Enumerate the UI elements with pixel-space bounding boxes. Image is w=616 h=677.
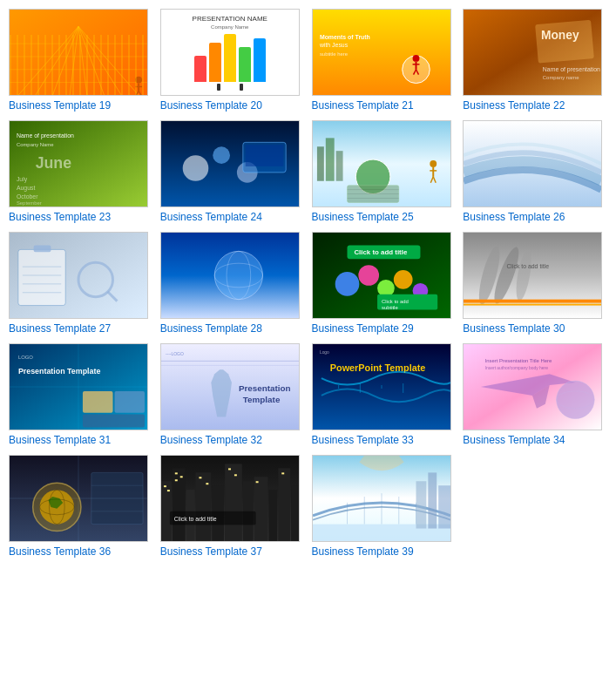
template-item-30: Click to add title Business Template 30 — [463, 232, 607, 335]
template-label-20[interactable]: Business Template 20 — [160, 99, 262, 112]
svg-point-23 — [412, 55, 419, 62]
template-thumb-24[interactable] — [160, 120, 300, 207]
template-label-37[interactable]: Business Template 37 — [160, 545, 262, 558]
svg-text:Click to add title: Click to add title — [354, 248, 408, 256]
svg-rect-150 — [228, 468, 231, 470]
svg-rect-153 — [281, 472, 284, 474]
template-item-34: Insert Presentation Title Here Insert au… — [463, 343, 607, 446]
svg-rect-137 — [225, 464, 242, 542]
svg-text:Logo: Logo — [319, 350, 328, 355]
svg-line-1 — [18, 26, 78, 95]
svg-point-43 — [213, 146, 230, 164]
template-label-28[interactable]: Business Template 28 — [160, 322, 262, 335]
template-label-39[interactable]: Business Template 39 — [312, 545, 414, 558]
svg-text:July: July — [17, 176, 28, 183]
svg-point-42 — [182, 155, 208, 181]
template-label-26[interactable]: Business Template 26 — [463, 211, 565, 223]
svg-text:June: June — [36, 154, 72, 172]
template-label-24[interactable]: Business Template 24 — [160, 211, 262, 223]
svg-rect-164 — [428, 472, 437, 528]
template-item-23: Name of presentation Company Name June J… — [9, 120, 153, 223]
svg-rect-141 — [278, 468, 290, 541]
template-thumb-27[interactable] — [9, 232, 148, 319]
svg-rect-143 — [164, 485, 166, 487]
svg-text:Moments of Truth: Moments of Truth — [319, 34, 369, 40]
template-thumb-30[interactable]: Click to add title — [463, 232, 602, 319]
svg-rect-91 — [464, 300, 601, 303]
template-thumb-34[interactable]: Insert Presentation Title Here Insert au… — [463, 343, 602, 430]
template-label-33[interactable]: Business Template 33 — [312, 434, 414, 446]
svg-rect-133 — [173, 468, 186, 541]
svg-rect-30 — [535, 20, 594, 64]
svg-line-16 — [136, 91, 139, 95]
template-item-24: Business Template 24 — [160, 120, 305, 223]
template-thumb-20[interactable]: PRESENTATION NAMECompany Name — [160, 9, 300, 96]
template-thumb-36[interactable] — [9, 455, 148, 542]
svg-rect-165 — [438, 485, 450, 528]
template-label-27[interactable]: Business Template 27 — [9, 322, 111, 335]
template-thumb-29[interactable]: Click to add title Click to add subtitle — [312, 232, 451, 319]
svg-rect-59 — [325, 138, 334, 180]
svg-point-115 — [557, 381, 594, 418]
svg-text:Company Name: Company Name — [17, 142, 54, 147]
template-thumb-21[interactable]: Moments of Truth with Jesus subtitle her… — [312, 9, 451, 96]
template-label-36[interactable]: Business Template 36 — [9, 545, 111, 558]
empty-cell — [463, 455, 607, 558]
template-thumb-28[interactable] — [160, 232, 300, 319]
svg-line-17 — [139, 91, 141, 95]
template-item-27: Business Template 27 — [9, 232, 153, 335]
template-label-23[interactable]: Business Template 23 — [9, 211, 111, 223]
template-item-19: Business Template 19 — [9, 9, 153, 112]
svg-line-2 — [36, 26, 78, 95]
template-item-31: LOGO Presentation Template Business Temp… — [9, 343, 153, 446]
svg-point-53 — [430, 160, 437, 167]
template-label-21[interactable]: Business Template 21 — [312, 99, 414, 112]
svg-text:August: August — [17, 185, 36, 192]
svg-rect-135 — [195, 472, 211, 541]
svg-rect-147 — [179, 476, 182, 477]
template-thumb-22[interactable]: Money Name of presentation Company name — [463, 9, 602, 96]
svg-line-4 — [70, 26, 78, 95]
svg-text:with Jesus: with Jesus — [318, 42, 348, 48]
template-label-32[interactable]: Business Template 32 — [160, 434, 262, 446]
svg-rect-152 — [255, 481, 258, 483]
template-thumb-32[interactable]: ----LOGO Presentation Template — [160, 343, 300, 430]
template-label-19[interactable]: Business Template 19 — [9, 99, 111, 112]
template-label-34[interactable]: Business Template 34 — [463, 434, 565, 446]
svg-rect-0 — [10, 10, 147, 96]
template-item-39: Business Template 39 — [312, 455, 457, 558]
template-label-30[interactable]: Business Template 30 — [463, 322, 565, 335]
template-item-20: PRESENTATION NAMECompany Name Business T… — [160, 9, 305, 112]
svg-text:Template: Template — [243, 395, 281, 404]
svg-text:subtitle here: subtitle here — [319, 51, 348, 57]
template-item-37: Click to add title Business Template 37 — [160, 455, 305, 558]
template-thumb-31[interactable]: LOGO Presentation Template — [9, 343, 148, 430]
template-thumb-25[interactable] — [312, 120, 451, 207]
template-thumb-33[interactable]: Logo PowerPoint Template — [312, 343, 451, 430]
template-thumb-23[interactable]: Name of presentation Company Name June J… — [9, 120, 148, 207]
svg-line-5 — [78, 26, 87, 95]
svg-rect-100 — [83, 415, 145, 428]
template-item-21: Moments of Truth with Jesus subtitle her… — [312, 9, 457, 112]
svg-text:Insert Presentation Title Here: Insert Presentation Title Here — [485, 358, 552, 363]
svg-text:LOGO: LOGO — [18, 355, 33, 360]
template-label-29[interactable]: Business Template 29 — [312, 322, 414, 335]
svg-rect-145 — [175, 472, 178, 474]
svg-text:Name of presentation: Name of presentation — [543, 66, 600, 73]
svg-text:PowerPoint Template: PowerPoint Template — [329, 362, 425, 373]
svg-line-7 — [78, 26, 121, 95]
template-thumb-39[interactable] — [312, 455, 451, 542]
template-label-22[interactable]: Business Template 22 — [463, 99, 565, 112]
template-thumb-19[interactable] — [9, 9, 148, 96]
template-thumb-26[interactable] — [463, 120, 602, 207]
template-item-33: Logo PowerPoint Template Business Templa… — [312, 343, 457, 446]
svg-rect-64 — [34, 245, 51, 252]
svg-line-8 — [78, 26, 139, 95]
svg-rect-163 — [416, 481, 426, 528]
template-grid: Business Template 19 PRESENTATION NAMECo… — [9, 9, 607, 558]
template-label-25[interactable]: Business Template 25 — [312, 211, 414, 223]
template-thumb-37[interactable]: Click to add title — [160, 455, 300, 542]
svg-rect-146 — [175, 479, 178, 481]
svg-rect-142 — [291, 485, 299, 541]
template-label-31[interactable]: Business Template 31 — [9, 434, 111, 446]
